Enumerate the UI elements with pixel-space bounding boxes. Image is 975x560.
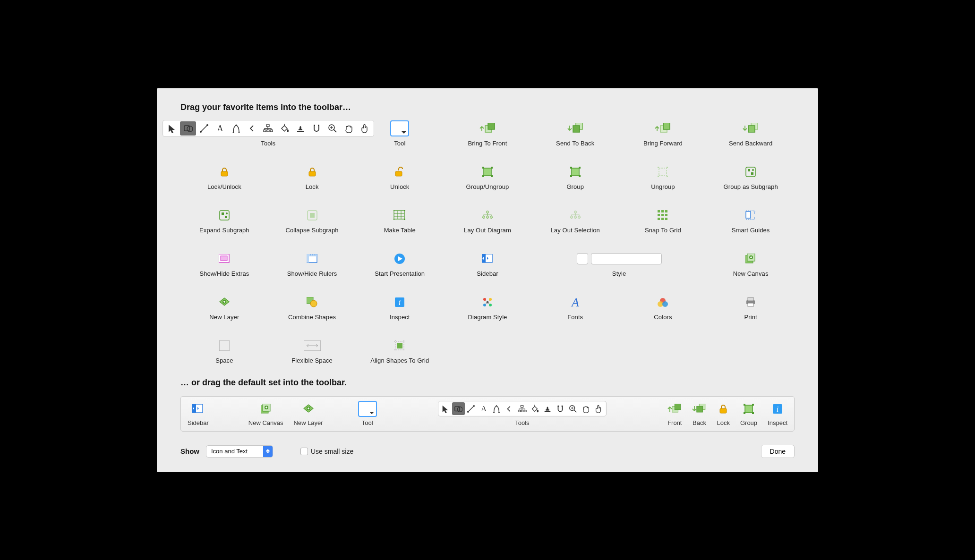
svg-rect-124 xyxy=(697,406,703,412)
item-label: Fonts xyxy=(567,314,583,321)
inspect-icon xyxy=(773,401,782,416)
item-label: Lock xyxy=(306,183,319,190)
item-label: Lay Out Diagram xyxy=(464,227,511,234)
item-label: Flexible Space xyxy=(291,357,333,364)
item-tool[interactable]: Tool xyxy=(356,121,444,148)
item-label: Back xyxy=(693,419,706,426)
item-align-shapes-to-grid[interactable]: Align Shapes To Grid xyxy=(356,338,444,365)
line-icon xyxy=(196,121,212,136)
tools-well xyxy=(162,120,374,137)
lock-icon xyxy=(718,401,728,416)
item-label: Style xyxy=(612,270,626,277)
zoom-icon xyxy=(567,402,580,415)
item-tools[interactable]: Tools xyxy=(180,121,356,148)
item-lock[interactable]: Lock xyxy=(268,164,356,192)
item-label: Lock xyxy=(717,419,729,426)
item-fonts[interactable]: Fonts xyxy=(531,295,619,322)
item-start-presentation[interactable]: Start Presentation xyxy=(356,251,444,279)
item-lay-out-diagram[interactable]: Lay Out Diagram xyxy=(444,208,531,235)
item-send-to-back[interactable]: Send To Back xyxy=(531,121,619,148)
default-sidebar[interactable]: Sidebar xyxy=(188,401,209,426)
line-icon xyxy=(465,402,478,415)
collapse-subgraph-icon xyxy=(307,208,317,223)
group-icon xyxy=(744,401,754,416)
item-smart-guides[interactable]: Smart Guides xyxy=(707,208,795,235)
hand-icon xyxy=(341,121,357,136)
default-lock[interactable]: Lock xyxy=(717,401,729,426)
item-ungroup[interactable]: Ungroup xyxy=(619,164,707,192)
item-label: Front xyxy=(667,419,682,426)
flexible-space-icon xyxy=(304,338,321,353)
svg-rect-112 xyxy=(488,123,495,129)
item-group-as-subgraph[interactable]: Group as Subgraph xyxy=(707,164,795,192)
item-unlock[interactable]: Unlock xyxy=(356,164,444,192)
combine-icon xyxy=(307,295,318,310)
svg-rect-114 xyxy=(573,126,580,132)
layout-diagram-icon xyxy=(482,208,493,223)
sidebar-icon xyxy=(482,251,493,266)
default-inspect[interactable]: Inspect xyxy=(768,401,787,426)
org-icon xyxy=(516,402,529,415)
org-icon xyxy=(260,121,276,136)
send-backward-icon xyxy=(743,121,759,136)
magnet-icon xyxy=(554,402,567,415)
item-label: Tools xyxy=(515,419,529,426)
item-label: Snap To Grid xyxy=(645,227,681,234)
item-new-canvas[interactable]: New Canvas xyxy=(707,251,795,279)
default-back[interactable]: Back xyxy=(692,401,706,426)
item-inspect[interactable]: Inspect xyxy=(356,295,444,322)
zoom-icon xyxy=(325,121,341,136)
item-style[interactable]: Style xyxy=(531,251,707,279)
show-mode-popup[interactable]: Icon and Text xyxy=(206,445,273,458)
point-icon xyxy=(592,402,605,415)
item-label: Show/Hide Extras xyxy=(199,270,249,277)
item-send-backward[interactable]: Send Backward xyxy=(707,121,795,148)
default-new-canvas[interactable]: New Canvas xyxy=(248,401,283,426)
default-toolbar[interactable]: Sidebar New Canvas New Layer Tool xyxy=(180,396,795,432)
item-label: Sidebar xyxy=(477,270,498,277)
item-lock-unlock[interactable]: Lock/Unlock xyxy=(180,164,268,192)
default-tools[interactable]: Tools xyxy=(387,401,657,426)
item-sidebar[interactable]: Sidebar xyxy=(444,251,531,279)
fonts-icon xyxy=(570,295,581,310)
item-label: Lay Out Selection xyxy=(551,227,600,234)
magnet-icon xyxy=(308,121,325,136)
item-expand-subgraph[interactable]: Expand Subgraph xyxy=(180,208,268,235)
item-new-layer[interactable]: New Layer xyxy=(180,295,268,322)
default-new-layer[interactable]: New Layer xyxy=(294,401,323,426)
show-label: Show xyxy=(180,447,199,455)
item-label: New Canvas xyxy=(248,419,283,426)
item-label: New Layer xyxy=(294,419,323,426)
item-group-ungroup[interactable]: Group/Ungroup xyxy=(444,164,531,192)
item-label: Send To Back xyxy=(556,140,594,147)
item-colors[interactable]: Colors xyxy=(619,295,707,322)
use-small-size-checkbox[interactable]: Use small size xyxy=(300,448,353,455)
item-collapse-subgraph[interactable]: Collapse Subgraph xyxy=(268,208,356,235)
item-snap-to-grid[interactable]: Snap To Grid xyxy=(619,208,707,235)
item-make-table[interactable]: Make Table xyxy=(356,208,444,235)
item-lay-out-selection[interactable]: Lay Out Selection xyxy=(531,208,619,235)
default-group[interactable]: Group xyxy=(740,401,757,426)
item-bring-to-front[interactable]: Bring To Front xyxy=(444,121,531,148)
item-label: New Canvas xyxy=(733,270,769,277)
item-show-hide-rulers[interactable]: Show/Hide Rulers xyxy=(268,251,356,279)
style-field xyxy=(591,253,662,264)
item-label: Group xyxy=(566,183,584,190)
item-flexible-space[interactable]: Flexible Space xyxy=(268,338,356,365)
item-combine-shapes[interactable]: Combine Shapes xyxy=(268,295,356,322)
default-front[interactable]: Front xyxy=(667,401,682,426)
item-group[interactable]: Group xyxy=(531,164,619,192)
item-diagram-style[interactable]: Diagram Style xyxy=(444,295,531,322)
item-show-hide-extras[interactable]: Show/Hide Extras xyxy=(180,251,268,279)
style-control xyxy=(577,253,662,264)
default-tool[interactable]: Tool xyxy=(358,401,377,426)
item-bring-forward[interactable]: Bring Forward xyxy=(619,121,707,148)
snap-grid-icon xyxy=(658,208,668,223)
diagram-style-icon xyxy=(482,295,493,310)
item-label: Tool xyxy=(362,419,373,426)
item-print[interactable]: Print xyxy=(707,295,795,322)
heading-default: … or drag the default set into the toolb… xyxy=(180,378,795,388)
done-button[interactable]: Done xyxy=(761,445,795,458)
expand-subgraph-icon xyxy=(219,208,230,223)
item-space[interactable]: Space xyxy=(180,338,268,365)
